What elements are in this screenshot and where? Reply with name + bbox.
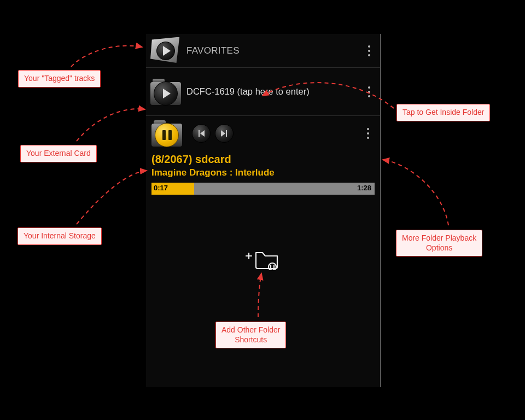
folder-icon [150, 79, 181, 105]
sdcard-row: (8/2067) sdcard Imagine Dragons : Interl… [146, 116, 380, 200]
play-icon [156, 42, 175, 60]
favorites-options-button[interactable] [364, 45, 375, 56]
callout-external-card: Your External Card [20, 145, 97, 162]
favorites-label: FAVORITES [186, 45, 240, 56]
prev-track-button[interactable] [192, 124, 211, 143]
folder-label: DCFC-1619 (tap here to enter) [186, 86, 310, 97]
folder-options-button[interactable] [364, 86, 375, 97]
folder-icon [151, 120, 182, 147]
add-folder-shortcut-button[interactable] [244, 245, 282, 270]
callout-tap-inside: Tap to Get Inside Folder [396, 104, 490, 121]
tagged-tracks-icon [150, 37, 181, 65]
callout-add-shortcuts: Add Other Folder Shortcuts [215, 322, 286, 348]
progress-bar[interactable]: 0:17 1:28 [151, 183, 375, 195]
pause-button[interactable] [155, 123, 179, 147]
next-track-button[interactable] [215, 124, 234, 143]
track-counter: (8/2067) sdcard [151, 153, 231, 166]
time-duration: 1:28 [357, 184, 371, 192]
folder-row[interactable]: DCFC-1619 (tap here to enter) [146, 68, 380, 116]
time-current: 0:17 [154, 184, 168, 192]
sdcard-options-button[interactable] [363, 128, 374, 139]
favorites-row[interactable]: FAVORITES [146, 34, 380, 68]
callout-tagged-tracks: Your "Tagged" tracks [18, 70, 101, 88]
play-icon [154, 81, 178, 106]
callout-internal-storage: Your Internal Storage [18, 228, 102, 245]
track-title: Imagine Dragons : Interlude [151, 167, 275, 178]
callout-more-options: More Folder Playback Options [396, 230, 482, 256]
